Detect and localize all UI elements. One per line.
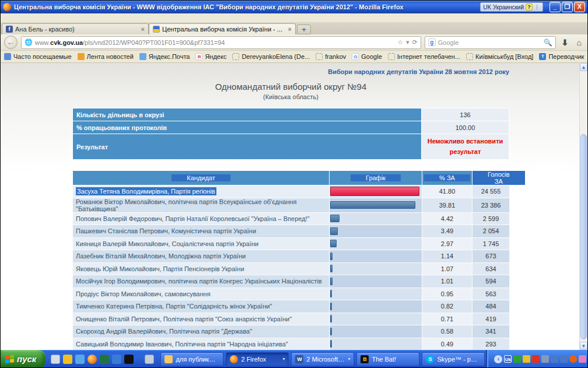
bookmark-item[interactable]: Київміськбуд [Вход]: [466, 53, 533, 60]
candidate-name[interactable]: Засуха Тетяна Володимирівна, Партія регі…: [73, 185, 330, 198]
vertical-scrollbar[interactable]: ▲ ▼: [579, 63, 587, 350]
candidate-percent: 0.71: [422, 313, 473, 325]
scroll-up-icon[interactable]: ▲: [580, 63, 587, 71]
election-title[interactable]: Вибори народних депутатів України 28 жов…: [72, 68, 509, 75]
tray-icon[interactable]: [551, 355, 558, 363]
close-button[interactable]: X: [574, 2, 585, 12]
taskbar-button-dropdown-icon[interactable]: ▾: [348, 356, 350, 362]
quick-launch-icon[interactable]: [100, 355, 109, 364]
firefox-window: Центральна виборча комісія України - WWW…: [0, 0, 588, 368]
bookmark-item[interactable]: Лента новостей: [78, 53, 134, 60]
bookmark-item[interactable]: Часто посещаемые: [4, 53, 72, 60]
quick-launch-icon[interactable]: [112, 355, 121, 364]
taskbar-button[interactable]: B The Bat!: [356, 352, 419, 366]
info-row: Кількість дільниць в окрузі 136: [73, 108, 509, 121]
tray-icon[interactable]: [523, 355, 530, 363]
quick-launch-icon[interactable]: [124, 355, 134, 364]
tab-close-icon[interactable]: ×: [141, 26, 145, 33]
search-box[interactable]: g Google 🔍: [425, 36, 556, 49]
bookmark-item[interactable]: frankov: [316, 53, 346, 60]
header-candidate[interactable]: Кандидат: [73, 171, 330, 185]
header-percent[interactable]: % ЗА: [422, 171, 473, 185]
result-bar: [330, 227, 338, 235]
tab-cvk[interactable]: Центральна виборча комісія України - ...…: [149, 23, 296, 34]
reload-icon[interactable]: ⟳: [412, 38, 418, 46]
tab-facebook[interactable]: f Ана Бель - красиво) ×: [2, 23, 149, 34]
tray-icon[interactable]: [532, 355, 540, 363]
url-bar[interactable]: 🌐 www.cvk.gov.ua/pls/vnd2012/WP040?PT001…: [21, 36, 421, 49]
tray-icon[interactable]: [569, 355, 577, 363]
quick-launch-icon[interactable]: [75, 355, 85, 364]
quick-launch: [46, 355, 159, 364]
facebook-icon: f: [6, 26, 13, 33]
taskbar-button[interactable]: S Skype™ - pr.yd...: [422, 352, 485, 366]
taskbar-button-icon: W: [295, 355, 303, 363]
candidate-name[interactable]: Лазебник Віталій Михайлович, Молодіжна п…: [73, 250, 330, 263]
bookmark-icon: Я: [195, 53, 202, 60]
taskbar-button[interactable]: W 2 Microsoft Of... ▾: [291, 352, 354, 366]
tray-icon[interactable]: [513, 355, 521, 363]
candidate-name[interactable]: Продіус Віктор Миколайович, самовисуванн…: [73, 288, 330, 300]
candidate-name[interactable]: Мосійчук Ігор Володимирович, політична п…: [73, 275, 330, 288]
search-icon[interactable]: 🔍: [544, 38, 552, 47]
tray-language-indicator[interactable]: Uk: [504, 355, 512, 363]
language-options-icon[interactable]: ⋮: [534, 4, 540, 10]
tray-icon[interactable]: [579, 355, 586, 363]
bookmark-item[interactable]: Яндекс.Почта: [139, 53, 190, 60]
candidate-percent: 1.14: [422, 250, 473, 263]
tray-icon[interactable]: [541, 355, 549, 363]
language-help-icon[interactable]: ?: [526, 3, 533, 10]
header-graph[interactable]: Графік: [330, 171, 422, 185]
candidate-votes: 2 599: [473, 212, 510, 225]
candidate-name[interactable]: Скороход Андрій Валерійович, Політична п…: [73, 325, 330, 338]
bookmark-icon: [388, 53, 395, 60]
title-bar[interactable]: Центральна виборча комісія України - WWW…: [1, 1, 587, 13]
candidate-name[interactable]: Савицький Володимир Іванович, Політична …: [73, 338, 330, 350]
scroll-down-icon[interactable]: ▼: [580, 342, 587, 350]
minimize-button[interactable]: _: [550, 2, 561, 12]
quick-launch-icon[interactable]: [88, 355, 97, 364]
start-button[interactable]: пуск: [1, 350, 46, 368]
search-input[interactable]: Google: [438, 39, 541, 46]
scrollbar-thumb[interactable]: [580, 134, 587, 339]
candidate-name[interactable]: Кияниця Валерій Миколайович, Соціалістич…: [73, 237, 330, 250]
candidate-name[interactable]: Романюк Віктор Миколайович, політична па…: [73, 198, 330, 212]
header-votes[interactable]: Голосів ЗА: [473, 171, 510, 185]
google-engine-icon[interactable]: g: [428, 38, 436, 46]
tab-label: Центральна виборча комісія України - ...: [162, 26, 286, 33]
bookmarks-bar: Часто посещаемые Лента новостей Яндекс.П…: [1, 51, 587, 63]
taskbar-button[interactable]: для публикации: [160, 352, 223, 366]
bookmark-star-icon[interactable]: ☆: [397, 38, 403, 46]
quick-launch-icon[interactable]: [145, 355, 154, 364]
result-bar: [330, 201, 415, 209]
candidate-name[interactable]: Онищенко Віталій Петрович, Політична пар…: [73, 313, 330, 325]
downloads-button[interactable]: ⬇: [559, 38, 571, 47]
candidate-votes: 419: [473, 313, 510, 325]
candidate-row: Тимченко Катерина Петрівна, Партія "Солі…: [73, 300, 510, 313]
back-button[interactable]: ←: [4, 36, 18, 49]
bookmark-item[interactable]: Інтернет телебачен...: [388, 53, 460, 60]
taskbar-button-dropdown-icon[interactable]: ▾: [282, 356, 285, 362]
candidate-name[interactable]: Тимченко Катерина Петрівна, Партія "Солі…: [73, 300, 330, 313]
urlbar-dropdown-icon[interactable]: ▾: [406, 38, 410, 46]
home-button[interactable]: ⌂: [575, 38, 584, 47]
candidate-name[interactable]: Пашкевич Станіслав Петрович, Комуністичн…: [73, 225, 330, 238]
taskbar-button[interactable]: 2 Firefox ▾: [226, 352, 289, 366]
candidate-votes: 2 054: [473, 225, 510, 238]
tray-chevron-icon[interactable]: ‹: [494, 355, 502, 363]
candidate-row: Засуха Тетяна Володимирівна, Партія регі…: [73, 185, 510, 198]
bookmark-item[interactable]: DerevyankoElena (De...: [232, 53, 310, 60]
candidate-name[interactable]: Яковець Юрій Миколайович, Партія Пенсіон…: [73, 262, 330, 275]
quick-launch-icon[interactable]: [63, 355, 72, 364]
new-tab-button[interactable]: +: [297, 24, 311, 34]
language-bar[interactable]: UK Украинский ? ⋮: [480, 2, 543, 12]
restore-button[interactable]: ❐: [562, 2, 573, 12]
tray-icon[interactable]: [560, 355, 568, 363]
bookmark-item[interactable]: Я Яндекс: [195, 53, 226, 60]
candidate-name[interactable]: Попович Валерій Федорович, Партія Наталі…: [73, 212, 330, 225]
quick-launch-icon[interactable]: [51, 355, 60, 364]
url-text[interactable]: www.cvk.gov.ua/pls/vnd2012/WP040?PT001F0…: [35, 39, 395, 46]
bookmark-item[interactable]: G Google: [352, 53, 382, 60]
bookmark-item[interactable]: Т Переводчик: [539, 53, 584, 60]
tab-close-icon[interactable]: ×: [288, 26, 292, 33]
